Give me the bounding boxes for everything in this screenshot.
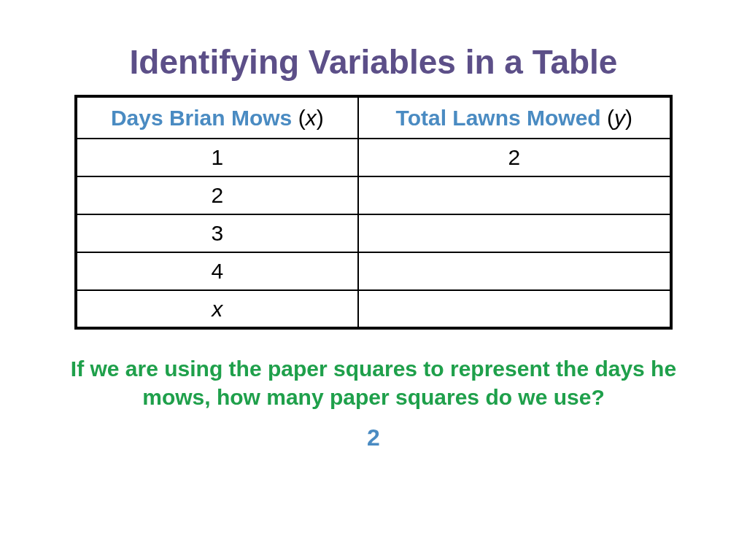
cell-y [358,252,671,290]
table-row: 1 2 [76,139,671,176]
table-header-row: Days Brian Mows (x) Total Lawns Mowed (y… [76,96,671,139]
column-header-y-var: (y) [607,106,632,130]
column-header-x-label: Days Brian Mows [111,106,292,130]
cell-y [358,176,671,214]
cell-y: 2 [358,139,671,176]
cell-x-variable: x [76,290,358,328]
table-row: 4 [76,252,671,290]
cell-y [358,290,671,328]
question-text: If we are using the paper squares to rep… [45,354,702,411]
cell-y [358,214,671,252]
column-header-y-label: Total Lawns Mowed [396,106,601,130]
cell-x: 3 [76,214,358,252]
table-row: 2 [76,176,671,214]
answer-text: 2 [0,424,747,451]
data-table: Days Brian Mows (x) Total Lawns Mowed (y… [74,95,673,330]
slide: Identifying Variables in a Table Days Br… [0,0,747,560]
cell-x: 1 [76,139,358,176]
column-header-x-var: (x) [298,106,324,130]
cell-x: 2 [76,176,358,214]
column-header-x: Days Brian Mows (x) [76,96,358,139]
table-row: 3 [76,214,671,252]
page-title: Identifying Variables in a Table [0,42,747,82]
data-table-wrap: Days Brian Mows (x) Total Lawns Mowed (y… [74,95,673,330]
column-header-y: Total Lawns Mowed (y) [358,96,671,139]
cell-x: 4 [76,252,358,290]
table-row: x [76,290,671,328]
